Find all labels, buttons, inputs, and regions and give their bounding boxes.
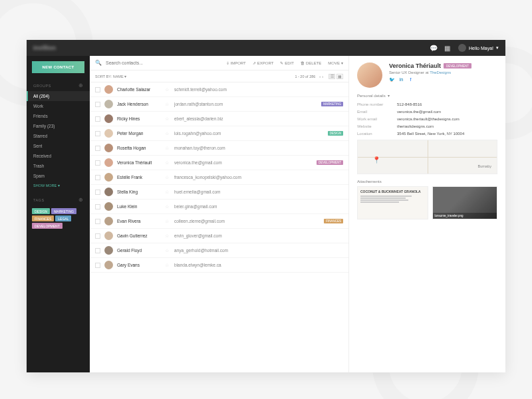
sidebar-item[interactable]: Spam — [27, 171, 90, 181]
move-button[interactable]: MOVE ▾ — [328, 61, 343, 65]
sidebar-tag[interactable]: LEGAL — [55, 215, 71, 221]
star-icon[interactable]: ☆ — [165, 204, 169, 209]
avatar — [104, 217, 113, 225]
star-icon[interactable]: ☆ — [165, 160, 169, 166]
import-button[interactable]: ⇓ IMPORT — [226, 61, 246, 65]
twitter-icon[interactable]: 🐦 — [389, 76, 395, 82]
contact-row[interactable]: Rosetta Hogan☆monahan.toy@theron.com — [90, 141, 348, 156]
star-icon[interactable]: ☆ — [165, 131, 169, 136]
contact-email: lois.rogahn@yahoo.com — [174, 131, 328, 136]
sidebar-item[interactable]: Received — [27, 151, 90, 161]
attachment-card[interactable]: lonsome_traveler.png — [432, 186, 498, 219]
checkbox[interactable] — [95, 204, 100, 209]
show-more-link[interactable]: SHOW MORE ▾ — [27, 181, 90, 190]
chat-icon[interactable]: 💬 — [430, 45, 438, 52]
contact-row[interactable]: Stella King☆huel.emelia@gmail.com — [90, 185, 348, 200]
star-icon[interactable]: ☆ — [165, 190, 169, 195]
checkbox[interactable] — [95, 248, 100, 253]
search-input[interactable] — [106, 61, 226, 65]
star-icon[interactable]: ☆ — [165, 175, 169, 180]
sidebar-tag[interactable]: DESIGN — [32, 208, 50, 214]
contact-name: Jack Henderson — [117, 102, 165, 106]
contact-row[interactable]: Luke Klein☆beier.gina@gmail.com — [90, 200, 348, 214]
contact-email: ebert_alessia@darien.biz — [174, 116, 343, 121]
delete-button[interactable]: 🗑 DELETE — [301, 61, 321, 65]
new-contact-button[interactable]: NEW CONTACT — [32, 61, 84, 73]
location-map[interactable]: 📍 Burnaby — [357, 140, 497, 174]
add-tag-icon[interactable]: ⊕ — [78, 197, 84, 203]
sidebar-item[interactable]: All (204) — [27, 91, 90, 101]
sidebar-item[interactable]: Trash — [27, 161, 90, 171]
attachment-card[interactable]: COCONUT & BUCKWHEAT GRANOLA — [357, 186, 428, 219]
edit-button[interactable]: ✎ EDIT — [280, 61, 294, 65]
next-page-button[interactable]: › — [322, 74, 323, 78]
sidebar-item[interactable]: Friends — [27, 111, 90, 121]
sidebar-item[interactable]: Sent — [27, 141, 90, 151]
contact-row[interactable]: Charlotte Salazar☆schmidt.terrell@yahoo.… — [90, 82, 348, 97]
contact-row[interactable]: Gavin Gutierrez☆ervin_glover@gmail.com — [90, 229, 348, 243]
star-icon[interactable]: ☆ — [165, 102, 169, 107]
app-logo: Invillion — [33, 45, 56, 51]
sidebar-tag[interactable]: FINANCES — [32, 215, 54, 221]
contact-row[interactable]: Ricky Hines☆ebert_alessia@darien.biz — [90, 112, 348, 126]
contact-name: Rosetta Hogan — [117, 146, 165, 150]
sidebar-item[interactable]: Starred — [27, 131, 90, 141]
checkbox[interactable] — [95, 160, 100, 166]
grid-view-toggle[interactable]: ▦ — [336, 74, 343, 79]
export-button[interactable]: ⇗ EXPORT — [253, 61, 274, 65]
contact-email: beier.gina@gmail.com — [174, 204, 343, 209]
star-icon[interactable]: ☆ — [165, 116, 169, 122]
contact-email: schmidt.terrell@yahoo.com — [174, 87, 343, 92]
checkbox[interactable] — [95, 116, 100, 122]
sort-dropdown[interactable]: SORT BY: NAME ▾ — [95, 74, 126, 78]
personal-details-header[interactable]: Personal details▾ — [357, 93, 497, 98]
checkbox[interactable] — [95, 190, 100, 195]
prev-page-button[interactable]: ‹ — [319, 74, 321, 78]
add-group-icon[interactable]: ⊕ — [78, 82, 84, 88]
contact-row[interactable]: Jack Henderson☆jordan.rath@stanton.comMA… — [90, 97, 348, 112]
sidebar: NEW CONTACT GROUPS ⊕ All (204)WorkFriend… — [27, 56, 90, 372]
user-menu[interactable]: Hello Maya! ▾ — [458, 44, 499, 52]
contact-row[interactable]: Gary Evans☆blanda.elwyn@lemke.ca — [90, 258, 348, 273]
field-value: 512-848-8516 — [397, 102, 422, 106]
checkbox[interactable] — [95, 263, 100, 268]
star-icon[interactable]: ☆ — [165, 87, 169, 92]
checkbox[interactable] — [95, 131, 100, 136]
avatar — [104, 261, 113, 269]
apps-grid-icon[interactable]: ▦ — [444, 45, 450, 52]
attachments-header[interactable]: Attachements — [357, 180, 497, 184]
detail-field: Phone number512-848-8516 — [357, 100, 497, 108]
linkedin-icon[interactable]: in — [398, 76, 404, 82]
contact-row[interactable]: Veronica Thériault☆veronica.the@gmail.co… — [90, 156, 348, 170]
contact-row[interactable]: Peter Morgan☆lois.rogahn@yahoo.comDESIGN — [90, 126, 348, 141]
contact-email: blanda.elwyn@lemke.ca — [174, 263, 343, 267]
star-icon[interactable]: ☆ — [165, 248, 169, 253]
contact-row[interactable]: Gerald Floyd☆anya_gerhold@hotmail.com — [90, 243, 348, 258]
contact-name: Stella King — [117, 190, 165, 194]
list-view-toggle[interactable]: ☰ — [329, 74, 335, 79]
sidebar-tag[interactable]: DEVELOPMENT — [32, 223, 63, 229]
star-icon[interactable]: ☆ — [165, 219, 169, 224]
sidebar-tag[interactable]: MARKETING — [51, 208, 76, 214]
star-icon[interactable]: ☆ — [165, 233, 169, 239]
contact-name: Charlotte Salazar — [117, 87, 165, 92]
sidebar-item[interactable]: Work — [27, 101, 90, 111]
avatar — [104, 129, 113, 138]
pagination-range: 1 - 20 of 286 — [295, 74, 315, 78]
topbar: Invillion 💬 ▦ Hello Maya! ▾ — [27, 40, 505, 56]
checkbox[interactable] — [95, 146, 100, 151]
contact-row[interactable]: Evan Rivera☆colleen.zieme@gmail.comFINAN… — [90, 214, 348, 229]
checkbox[interactable] — [95, 87, 100, 92]
facebook-icon[interactable]: f — [408, 76, 414, 82]
avatar — [104, 100, 113, 108]
star-icon[interactable]: ☆ — [165, 263, 169, 268]
checkbox[interactable] — [95, 219, 100, 224]
checkbox[interactable] — [95, 175, 100, 180]
field-value: theriaultdesigns.com — [397, 124, 434, 128]
field-label: Location — [357, 132, 397, 136]
checkbox[interactable] — [95, 102, 100, 107]
star-icon[interactable]: ☆ — [165, 146, 169, 151]
checkbox[interactable] — [95, 233, 100, 239]
sidebar-item[interactable]: Family (23) — [27, 121, 90, 131]
contact-row[interactable]: Estelle Frank☆francesca_konopelski@yahoo… — [90, 170, 348, 185]
